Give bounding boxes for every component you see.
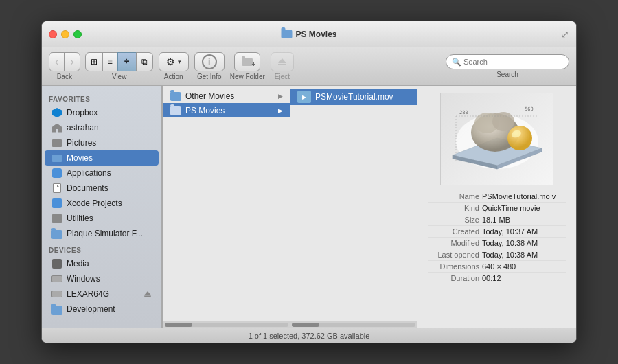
sidebar-item-label: Movies xyxy=(67,153,93,163)
minimize-button[interactable] xyxy=(61,30,69,38)
newfolder-button[interactable]: + xyxy=(234,52,260,71)
maximize-button[interactable] xyxy=(73,30,82,38)
back-icon xyxy=(55,56,58,67)
sidebar-item-development[interactable]: Development xyxy=(45,302,159,317)
newfolder-label: New Folder xyxy=(230,73,265,80)
sidebar-item-xcode[interactable]: Xcode Projects xyxy=(45,196,159,211)
info-row-kind: Kind QuickTime movie xyxy=(428,203,566,214)
dev-icon xyxy=(52,304,62,315)
camera-icon xyxy=(52,137,62,148)
action-group: ⚙ ▾ Action xyxy=(159,52,189,80)
search-label: Search xyxy=(496,71,518,78)
action-label: Action xyxy=(164,73,183,80)
svg-text:280: 280 xyxy=(459,110,468,115)
sidebar-item-media[interactable]: Media xyxy=(45,256,159,271)
info-icon: i xyxy=(202,54,217,69)
scrollbar-thumb[interactable] xyxy=(292,323,319,327)
scrollbar-track xyxy=(292,323,415,327)
dimensions-value: 640 × 480 xyxy=(482,262,516,271)
back-button[interactable] xyxy=(49,53,65,71)
back-label: Back xyxy=(57,73,72,80)
util-icon xyxy=(52,213,62,224)
size-value: 18.1 MB xyxy=(482,216,510,224)
preview-panel: 280 560 Name PSMovieTutorial.mo v xyxy=(417,86,576,328)
sidebar-item-home[interactable]: astrahan xyxy=(45,120,159,135)
sidebar-item-plaque[interactable]: Plaque Simulator F... xyxy=(45,226,159,241)
kind-value: QuickTime movie xyxy=(482,204,540,212)
lexar-eject-icon[interactable] xyxy=(144,291,151,297)
size-label: Size xyxy=(428,216,479,224)
column-view-button[interactable]: ⫩ xyxy=(117,52,137,71)
sidebar-item-label: Documents xyxy=(67,183,108,193)
browser-list-2: PSMovieTutorial.mov xyxy=(290,86,417,321)
new-folder-icon: + xyxy=(242,58,253,66)
cover-view-icon: ⧉ xyxy=(141,57,148,67)
getinfo-group: i Get Info xyxy=(194,52,225,80)
icon-view-icon: ⊞ xyxy=(91,57,98,67)
created-label: Created xyxy=(428,227,479,236)
browser-column-2: PSMovieTutorial.mov xyxy=(290,86,417,328)
name-value: PSMovieTutorial.mo v xyxy=(482,192,556,201)
browser-column-1: Other Movies ▶ PS Movies ▶ xyxy=(163,86,290,328)
item-label: PS Movies xyxy=(185,106,225,115)
info-row-name: Name PSMovieTutorial.mo v xyxy=(428,191,566,203)
view-label: View xyxy=(112,73,127,80)
sidebar-item-label: Applications xyxy=(67,168,111,178)
list-item[interactable]: Other Movies ▶ xyxy=(163,89,290,103)
getinfo-button[interactable]: i xyxy=(194,52,225,71)
media-icon xyxy=(52,258,62,269)
search-input[interactable] xyxy=(464,58,563,66)
windows-icon xyxy=(52,273,62,284)
search-icon: 🔍 xyxy=(452,58,461,67)
sidebar-item-movies[interactable]: Movies xyxy=(45,150,159,166)
sidebar-item-applications[interactable]: Applications xyxy=(45,166,159,181)
sidebar-item-utilities[interactable]: Utilities xyxy=(45,211,159,226)
item-label: PSMovieTutorial.mov xyxy=(315,92,393,102)
info-row-lastopened: Last opened Today, 10:38 AM xyxy=(428,249,566,261)
lexar-icon xyxy=(52,288,62,299)
cover-view-button[interactable]: ⧉ xyxy=(136,52,153,71)
folder-icon xyxy=(170,92,181,101)
sidebar-item-label: Media xyxy=(67,259,89,269)
lastopened-label: Last opened xyxy=(428,251,479,259)
sidebar-item-dropbox[interactable]: Dropbox xyxy=(45,105,159,120)
modified-value: Today, 10:38 AM xyxy=(482,239,538,247)
browser-area: Other Movies ▶ PS Movies ▶ xyxy=(163,86,576,328)
resize-icon[interactable]: ⤢ xyxy=(561,29,569,40)
sidebar-item-pictures[interactable]: Pictures xyxy=(45,135,159,150)
folder-icon xyxy=(52,228,62,239)
svg-point-3 xyxy=(492,112,514,131)
list-item[interactable]: PS Movies ▶ xyxy=(163,103,290,117)
statusbar: 1 of 1 selected, 372.62 GB available xyxy=(42,328,576,343)
toolbar: Back ⊞ ≡ ⫩ ⧉ View ⚙ xyxy=(42,47,576,86)
movie-icon xyxy=(52,152,62,163)
modified-label: Modified xyxy=(428,239,479,247)
column-view-icon: ⫩ xyxy=(123,57,131,67)
gear-icon: ⚙ xyxy=(166,56,175,67)
folder-icon xyxy=(170,106,181,115)
sidebar-item-windows[interactable]: Windows xyxy=(45,271,159,286)
name-label: Name xyxy=(428,192,479,201)
dimensions-label: Dimensions xyxy=(428,262,479,271)
sidebar-item-documents[interactable]: Documents xyxy=(45,181,159,196)
close-button[interactable] xyxy=(49,30,57,38)
forward-button[interactable] xyxy=(65,53,79,71)
icon-view-button[interactable]: ⊞ xyxy=(85,52,103,71)
browser-list-1: Other Movies ▶ PS Movies ▶ xyxy=(163,86,290,321)
arrow-icon: ▶ xyxy=(278,107,283,114)
scrollbar-thumb[interactable] xyxy=(165,323,192,327)
main-area: FAVORITES Dropbox astrahan Pictu xyxy=(42,86,576,328)
forward-icon xyxy=(70,56,73,67)
duration-value: 00:12 xyxy=(482,274,501,282)
svg-text:560: 560 xyxy=(525,106,534,112)
sidebar-item-label: LEXAR64G xyxy=(67,289,109,299)
devices-header: DEVICES xyxy=(42,241,161,256)
getinfo-label: Get Info xyxy=(197,73,222,80)
action-button[interactable]: ⚙ ▾ xyxy=(159,52,189,71)
dropbox-icon xyxy=(52,107,62,118)
sidebar-item-lexar[interactable]: LEXAR64G xyxy=(45,286,159,302)
list-item[interactable]: PSMovieTutorial.mov xyxy=(290,89,417,105)
list-view-button[interactable]: ≡ xyxy=(102,52,118,71)
eject-button[interactable] xyxy=(271,52,294,71)
arrow-icon: ▶ xyxy=(278,93,283,100)
